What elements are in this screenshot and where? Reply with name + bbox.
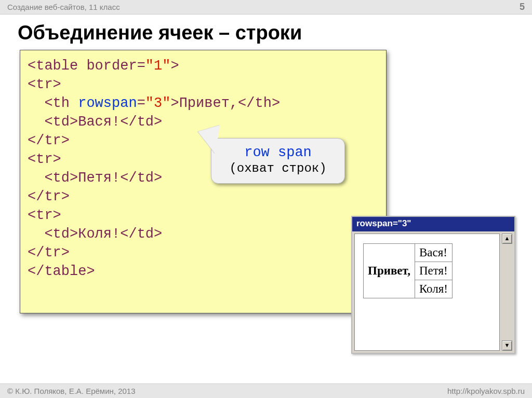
- page-title: Объединение ячеек – строки: [0, 15, 532, 49]
- scroll-up-icon[interactable]: ▲: [502, 234, 512, 244]
- cell-r2: Петя!: [415, 262, 452, 280]
- scroll-down-icon[interactable]: ▼: [502, 340, 512, 351]
- page-number: 5: [520, 2, 525, 12]
- demo-table: Привет, Вася! Петя! Коля!: [363, 243, 453, 298]
- callout-translation: (охват строк): [211, 161, 344, 175]
- table-row: Привет, Вася!: [364, 244, 453, 262]
- scrollbar[interactable]: ▲ ▼: [502, 234, 512, 351]
- cell-th: Привет,: [364, 244, 415, 298]
- callout-bubble: row span (охват строк): [211, 138, 345, 184]
- footer-url: http://kpolyakov.spb.ru: [447, 387, 525, 395]
- browser-client: Привет, Вася! Петя! Коля! ▲ ▼: [352, 231, 514, 353]
- browser-preview: rowspan="3" Привет, Вася! Петя! Коля! ▲ …: [351, 216, 515, 354]
- cell-r3: Коля!: [415, 280, 452, 298]
- footer-bar: © К.Ю. Поляков, Е.А. Ерёмин, 2013 http:/…: [0, 383, 532, 398]
- header-bar: Создание веб-сайтов, 11 класс 5: [0, 0, 532, 15]
- footer-copyright: © К.Ю. Поляков, Е.А. Ерёмин, 2013: [7, 387, 136, 395]
- rendered-page: Привет, Вася! Петя! Коля!: [354, 234, 500, 351]
- browser-titlebar: rowspan="3": [352, 217, 514, 231]
- cell-r1: Вася!: [415, 244, 452, 262]
- header-subject: Создание веб-сайтов, 11 класс: [7, 3, 120, 11]
- attr-rowspan: rowspan: [78, 95, 137, 111]
- callout-term: row span: [211, 145, 344, 160]
